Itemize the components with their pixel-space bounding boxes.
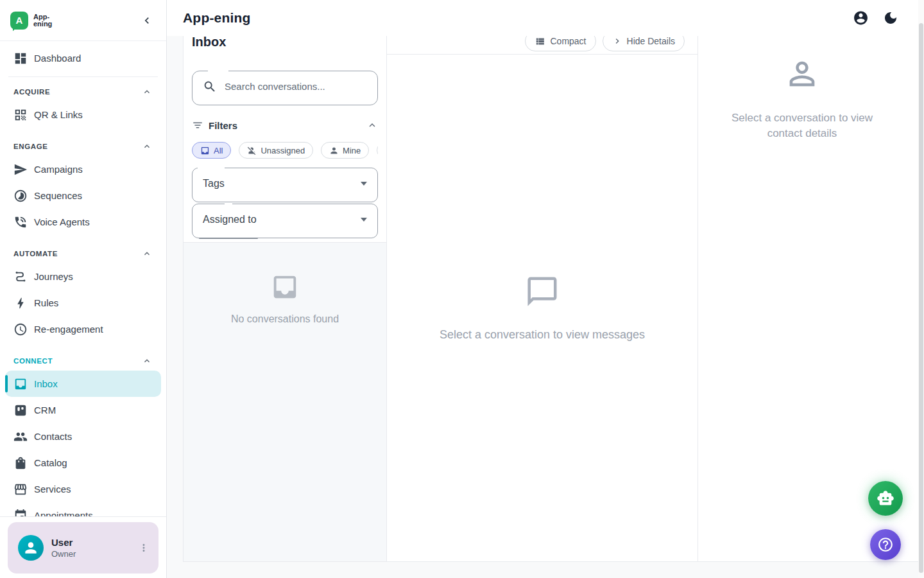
app-logo: A App- ening: [10, 12, 52, 30]
route-icon: [13, 270, 28, 284]
sidebar-item-contacts[interactable]: Contacts: [5, 423, 161, 450]
sidebar-item-sequences[interactable]: Sequences: [5, 182, 161, 209]
sidebar-item-label: Dashboard: [34, 53, 81, 64]
section-label: AUTOMATE: [13, 250, 58, 258]
assistant-fab[interactable]: [868, 481, 903, 516]
person-icon: [329, 146, 339, 155]
filters-label: Filters: [209, 120, 237, 131]
tags-select[interactable]: Tags: [192, 166, 378, 202]
voice-phone-icon: [13, 215, 28, 229]
sidebar-section-engage[interactable]: ENGAGE: [5, 137, 161, 156]
inbox-panel: Inbox Filters All: [183, 36, 387, 562]
sidebar-item-label: Contacts: [34, 431, 72, 442]
sidebar-item-label: Voice Agents: [34, 216, 90, 227]
sidebar-item-label: Inbox: [34, 378, 58, 389]
divider: [199, 238, 258, 239]
bolt-icon: [13, 296, 28, 310]
kanban-icon: [13, 403, 28, 417]
sidebar-item-label: QR & Links: [34, 109, 83, 120]
chip-unassigned[interactable]: Unassigned: [239, 142, 313, 159]
section-label: ENGAGE: [13, 143, 47, 150]
sidebar-section-acquire[interactable]: ACQUIRE: [5, 82, 161, 101]
sidebar-item-label: Appointments: [34, 510, 93, 516]
messages-toolbar: Compact Hide Details: [387, 36, 697, 55]
section-label: ACQUIRE: [13, 88, 50, 96]
app-logo-icon: A: [10, 12, 28, 30]
empty-messages-text: Select a conversation to view messages: [440, 328, 645, 342]
calendar-icon: [13, 509, 28, 517]
sidebar-item-appointments[interactable]: Appointments: [5, 502, 161, 516]
user-info: User Owner: [51, 537, 76, 559]
chevron-up-icon: [142, 87, 152, 97]
search-input[interactable]: [225, 81, 367, 92]
chevron-up-icon: [142, 356, 152, 366]
dark-mode-button[interactable]: [882, 9, 900, 27]
sidebar-item-label: Re-engagement: [34, 324, 103, 335]
filter-icon: [192, 119, 203, 131]
sidebar-item-label: Campaigns: [34, 164, 83, 175]
user-card[interactable]: User Owner: [8, 522, 158, 574]
tags-label: Tags: [203, 178, 225, 189]
sidebar-item-journeys[interactable]: Journeys: [5, 263, 161, 290]
sidebar-item-voice-agents[interactable]: Voice Agents: [5, 209, 161, 235]
help-icon: [877, 536, 894, 553]
chevron-left-icon: [141, 14, 153, 27]
empty-conversations-text: No conversations found: [231, 313, 339, 325]
user-role: Owner: [51, 549, 76, 559]
page-scrollbar[interactable]: [918, 0, 924, 578]
account-circle-icon: [853, 10, 869, 26]
divider: [8, 76, 158, 77]
page-title: App-ening: [183, 10, 251, 26]
sidebar-item-qr-links[interactable]: QR & Links: [5, 101, 161, 128]
robot-icon: [877, 489, 894, 507]
sidebar-item-label: Journeys: [34, 271, 73, 282]
empty-details-text: Select a conversation to view contact de…: [722, 110, 882, 141]
messages-empty-state: Select a conversation to view messages: [387, 55, 697, 561]
sidebar-item-inbox[interactable]: Inbox: [5, 371, 161, 397]
sidebar-nav: Dashboard ACQUIRE QR & Links ENGAGE Camp…: [0, 41, 166, 516]
person-off-icon: [247, 146, 257, 155]
sidebar-section-connect[interactable]: CONNECT: [5, 351, 161, 371]
sidebar-item-campaigns[interactable]: Campaigns: [5, 156, 161, 182]
user-menu-button[interactable]: [135, 539, 152, 556]
chevron-right-icon: [612, 36, 622, 46]
inbox-panel-header: Inbox Filters All: [184, 36, 386, 243]
search-field[interactable]: [192, 69, 378, 105]
sidebar-item-rules[interactable]: Rules: [5, 290, 161, 316]
section-label: CONNECT: [13, 357, 53, 365]
sidebar-item-re-engagement[interactable]: Re-engagement: [5, 316, 161, 342]
view-list-icon: [535, 36, 545, 47]
inbox-empty-icon: [270, 272, 300, 302]
user-name: User: [51, 537, 76, 548]
assigned-to-select[interactable]: Assigned to: [192, 202, 378, 238]
sidebar-item-label: Services: [34, 484, 71, 495]
chevron-up-icon: [142, 249, 152, 259]
sidebar-section-automate[interactable]: AUTOMATE: [5, 244, 161, 263]
qr-code-icon: [13, 108, 28, 122]
sidebar-item-crm[interactable]: CRM: [5, 397, 161, 423]
sidebar-item-catalog[interactable]: Catalog: [5, 450, 161, 476]
scrollbar-thumb[interactable]: [919, 23, 923, 573]
search-icon: [203, 80, 217, 94]
storefront-icon: [13, 482, 28, 496]
compact-button[interactable]: Compact: [525, 36, 595, 51]
help-fab[interactable]: [870, 529, 901, 560]
chip-mine[interactable]: Mine: [321, 142, 369, 159]
messages-panel: Compact Hide Details Select a conversati…: [387, 36, 698, 562]
chip-unread[interactable]: Unread: [377, 142, 378, 159]
sidebar-collapse-button[interactable]: [139, 13, 155, 28]
inbox-icon: [200, 146, 210, 155]
sidebar-item-label: Sequences: [34, 190, 82, 201]
hide-details-button[interactable]: Hide Details: [603, 36, 685, 51]
sidebar-item-services[interactable]: Services: [5, 476, 161, 502]
caret-down-icon: [361, 182, 367, 186]
sidebar-item-label: CRM: [34, 405, 56, 416]
avatar: [18, 535, 44, 561]
account-button[interactable]: [851, 9, 870, 28]
chip-all[interactable]: All: [192, 142, 231, 159]
filters-collapse-button[interactable]: [366, 119, 378, 131]
clock-icon: [13, 322, 28, 337]
caret-down-icon: [361, 218, 367, 222]
sidebar-item-dashboard[interactable]: Dashboard: [5, 45, 161, 71]
top-bar: App-ening: [167, 0, 924, 36]
